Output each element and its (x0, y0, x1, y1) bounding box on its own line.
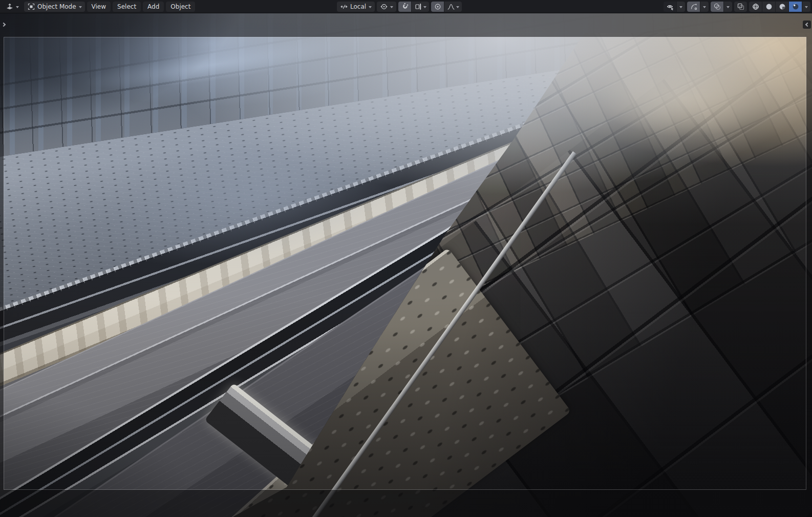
overlays-toggle[interactable] (711, 2, 723, 12)
pivot-point-icon (380, 3, 388, 11)
chevron-left-icon (805, 23, 809, 27)
material-sphere-icon (778, 3, 786, 11)
pivot-point-dropdown[interactable] (377, 2, 396, 12)
overlays-icon (713, 3, 721, 11)
shading-wireframe-button[interactable] (749, 2, 762, 12)
proportional-falloff-dropdown[interactable] (444, 2, 462, 12)
chevron-down-icon (679, 6, 682, 8)
editor-type-button[interactable] (3, 2, 22, 12)
gizmo-icon (690, 3, 697, 11)
snap-toggle[interactable] (398, 2, 411, 12)
chevron-right-icon (2, 23, 6, 27)
orientation-label: Local (350, 3, 366, 10)
3d-viewport[interactable] (0, 13, 812, 517)
chevron-down-icon (805, 6, 808, 8)
menu-object[interactable]: Object (166, 2, 195, 12)
shading-material-button[interactable] (776, 2, 788, 12)
gizmos-dropdown[interactable] (700, 2, 709, 12)
overlays-dropdown[interactable] (724, 2, 732, 12)
proportional-group (431, 2, 462, 12)
header-left-group: Object Mode View Select Add Object (3, 0, 195, 13)
chevron-down-icon (16, 6, 19, 8)
chevron-down-icon (79, 6, 82, 8)
solid-sphere-icon (765, 3, 773, 11)
object-visibility-group (664, 2, 685, 12)
snap-with-icon (414, 3, 422, 11)
sidebar-expand-button[interactable] (803, 20, 811, 29)
mode-label: Object Mode (37, 3, 76, 10)
menu-add[interactable]: Add (143, 2, 164, 12)
object-visibility-button[interactable] (664, 2, 676, 12)
xray-icon (737, 3, 744, 11)
menu-view[interactable]: View (87, 2, 111, 12)
header-center-group: Local (337, 0, 462, 13)
transform-orientation-icon (340, 3, 348, 11)
shading-dropdown[interactable] (802, 2, 810, 12)
chevron-down-icon (423, 6, 426, 8)
object-visibility-icon (666, 3, 674, 11)
falloff-curve-icon (447, 3, 455, 11)
chevron-down-icon (456, 6, 459, 8)
magnet-icon (401, 3, 409, 11)
toolbar-expand-button[interactable] (0, 20, 8, 29)
mode-selector[interactable]: Object Mode (24, 2, 85, 12)
shading-solid-button[interactable] (762, 2, 775, 12)
proportional-editing-icon (434, 3, 441, 11)
header-right-group (664, 0, 810, 13)
snap-with-dropdown[interactable] (412, 2, 429, 12)
overlays-group (711, 2, 732, 12)
chevron-down-icon (703, 6, 706, 8)
shading-mode-group (749, 2, 810, 12)
transform-orientation-dropdown[interactable]: Local (337, 2, 375, 12)
proportional-editing-toggle[interactable] (431, 2, 444, 12)
chevron-down-icon (369, 6, 372, 8)
object-mode-icon (27, 3, 35, 11)
viewport-header: Object Mode View Select Add Object Local (0, 0, 812, 13)
rendered-sphere-icon (792, 3, 799, 11)
menu-select[interactable]: Select (113, 2, 141, 12)
object-visibility-dropdown[interactable] (677, 2, 685, 12)
shading-rendered-button[interactable] (789, 2, 802, 12)
snapping-group (398, 2, 429, 12)
gizmos-toggle[interactable] (687, 2, 700, 12)
gizmos-group (687, 2, 709, 12)
editor-3d-viewport-icon (6, 3, 13, 11)
xray-toggle[interactable] (734, 2, 747, 12)
wireframe-sphere-icon (752, 3, 759, 11)
scene-warm-highlight (573, 49, 794, 147)
chevron-down-icon (390, 6, 393, 8)
chevron-down-icon (726, 6, 730, 8)
